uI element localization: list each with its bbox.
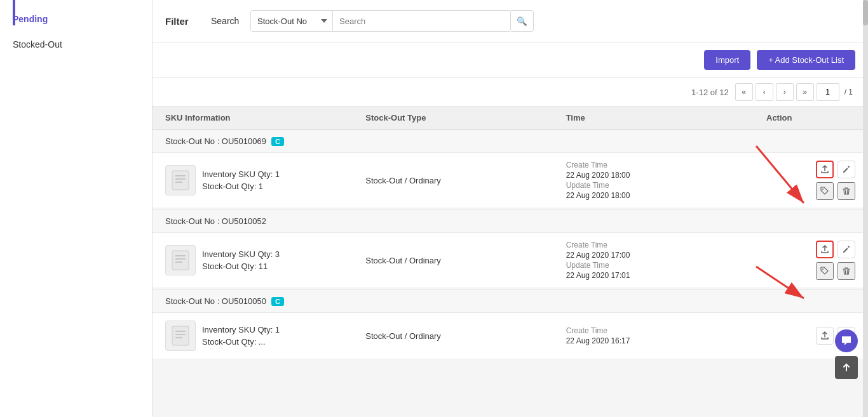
page-first-button[interactable]: « bbox=[735, 83, 753, 101]
stock-type-0: Stock-Out / Ordinary bbox=[365, 176, 566, 185]
filter-input-group: Stock-Out No SKU Name Order No 🔍 bbox=[250, 10, 534, 32]
row-group-1: Stock-Out No : OU5010052 bbox=[153, 209, 868, 288]
sku-cell-0: Inventory SKU Qty: 1 Stock-Out Qty: 1 bbox=[165, 165, 365, 195]
action-cell-1 bbox=[766, 241, 855, 280]
delete-button-0[interactable] bbox=[837, 182, 855, 200]
filter-title: Filter bbox=[165, 16, 203, 27]
edit-button-1[interactable] bbox=[837, 241, 855, 258]
header-action: Action bbox=[766, 113, 855, 122]
add-stock-out-button[interactable]: + Add Stock-Out List bbox=[757, 50, 855, 70]
time-cell-0: Create Time 22 Aug 2020 18:00 Update Tim… bbox=[566, 161, 766, 200]
page-next-button[interactable]: › bbox=[776, 83, 794, 101]
main-content: Filter Search Stock-Out No SKU Name Orde… bbox=[153, 0, 868, 417]
sku-cell-1: Inventory SKU Qty: 3 Stock-Out Qty: 11 bbox=[165, 245, 365, 275]
inventory-qty-2: Inventory SKU Qty: 1 bbox=[202, 325, 280, 334]
action-row-top-1 bbox=[816, 241, 855, 258]
stock-type-2: Stock-Out / Ordinary bbox=[365, 331, 566, 341]
filter-search-label: Search bbox=[211, 16, 243, 26]
group-title-0: Stock-Out No : OU5010069 bbox=[165, 136, 266, 146]
edit-button-0[interactable] bbox=[837, 161, 855, 178]
create-time-1: 22 Aug 2020 17:00 bbox=[566, 251, 766, 260]
table-row-1: Inventory SKU Qty: 3 Stock-Out Qty: 11 S… bbox=[153, 233, 868, 288]
scrollbar-thumb[interactable] bbox=[863, 0, 868, 25]
row-group-header-1: Stock-Out No : OU5010052 bbox=[153, 209, 868, 233]
sku-info-2: Inventory SKU Qty: 1 Stock-Out Qty: ... bbox=[202, 325, 280, 347]
scroll-top-button[interactable] bbox=[835, 356, 858, 379]
table-row-2: Inventory SKU Qty: 1 Stock-Out Qty: ... … bbox=[153, 313, 868, 359]
upload-button-0[interactable] bbox=[816, 161, 834, 178]
action-row-top-0 bbox=[816, 161, 855, 178]
badge-2: C bbox=[271, 297, 284, 306]
sku-image-1 bbox=[165, 245, 196, 275]
header-type: Stock-Out Type bbox=[365, 113, 566, 122]
sidebar-item-stocked-out[interactable]: Stocked-Out bbox=[0, 32, 152, 57]
upload-button-2[interactable] bbox=[816, 327, 834, 345]
pagination-bar: 1-12 of 12 « ‹ › » / 1 bbox=[153, 78, 868, 107]
inventory-qty-0: Inventory SKU Qty: 1 bbox=[202, 169, 280, 179]
time-cell-2: Create Time 22 Aug 2020 16:17 bbox=[566, 326, 766, 345]
row-group-2: Stock-Out No : OU5010050 C bbox=[153, 289, 868, 359]
create-label-1: Create Time bbox=[566, 241, 766, 249]
pagination-info: 1-12 of 12 bbox=[691, 88, 729, 97]
table-row-0: Inventory SKU Qty: 1 Stock-Out Qty: 1 St… bbox=[153, 153, 868, 208]
create-time-0: 22 Aug 2020 18:00 bbox=[566, 171, 766, 180]
update-time-0: 22 Aug 2020 18:00 bbox=[566, 191, 766, 200]
action-row-bottom-0 bbox=[816, 182, 855, 200]
action-cell-0 bbox=[766, 161, 855, 200]
tag-button-0[interactable] bbox=[816, 182, 834, 200]
action-row-bottom-1 bbox=[816, 262, 855, 280]
sku-image-0 bbox=[165, 165, 196, 195]
sidebar-item-pending[interactable]: Pending bbox=[0, 6, 152, 32]
stockout-qty-0: Stock-Out Qty: 1 bbox=[202, 182, 280, 191]
create-label-2: Create Time bbox=[566, 326, 766, 335]
badge-0: C bbox=[271, 137, 284, 146]
create-time-2: 22 Aug 2020 16:17 bbox=[566, 336, 766, 345]
sidebar: Pending Stocked-Out bbox=[0, 0, 153, 417]
group-title-1: Stock-Out No : OU5010052 bbox=[165, 216, 266, 226]
group-title-2: Stock-Out No : OU5010050 bbox=[165, 296, 266, 306]
table-area: SKU Information Stock-Out Type Time Acti… bbox=[153, 107, 868, 417]
page-number-input[interactable] bbox=[817, 83, 839, 101]
chat-float-button[interactable] bbox=[835, 329, 858, 352]
search-icon: 🔍 bbox=[517, 17, 527, 26]
update-label-1: Update Time bbox=[566, 261, 766, 270]
table-header: SKU Information Stock-Out Type Time Acti… bbox=[153, 107, 868, 129]
row-group-0: Stock-Out No : OU5010069 C bbox=[153, 129, 868, 208]
sku-cell-2: Inventory SKU Qty: 1 Stock-Out Qty: ... bbox=[165, 321, 365, 351]
svg-rect-0 bbox=[172, 171, 189, 190]
upload-button-1[interactable] bbox=[816, 241, 834, 258]
stock-type-1: Stock-Out / Ordinary bbox=[365, 256, 566, 265]
update-label-0: Update Time bbox=[566, 181, 766, 190]
svg-point-9 bbox=[822, 268, 824, 270]
row-group-header-0: Stock-Out No : OU5010069 C bbox=[153, 129, 868, 153]
import-button[interactable]: Import bbox=[704, 50, 750, 70]
filter-bar: Filter Search Stock-Out No SKU Name Orde… bbox=[153, 0, 868, 43]
inventory-qty-1: Inventory SKU Qty: 3 bbox=[202, 249, 280, 259]
header-time: Time bbox=[566, 113, 766, 122]
sku-info-1: Inventory SKU Qty: 3 Stock-Out Qty: 11 bbox=[202, 249, 280, 271]
filter-search-button[interactable]: 🔍 bbox=[511, 10, 534, 32]
sidebar-accent bbox=[13, 0, 15, 25]
tag-button-1[interactable] bbox=[816, 262, 834, 280]
stockout-qty-2: Stock-Out Qty: ... bbox=[202, 337, 280, 347]
row-group-header-2: Stock-Out No : OU5010050 C bbox=[153, 289, 868, 313]
create-label-0: Create Time bbox=[566, 161, 766, 169]
toolbar: Import + Add Stock-Out List bbox=[153, 43, 868, 78]
filter-search-input[interactable] bbox=[333, 10, 511, 32]
time-cell-1: Create Time 22 Aug 2020 17:00 Update Tim… bbox=[566, 241, 766, 280]
svg-rect-10 bbox=[172, 326, 189, 345]
svg-point-4 bbox=[822, 189, 824, 190]
scrollbar-track[interactable] bbox=[863, 0, 868, 417]
delete-button-1[interactable] bbox=[837, 262, 855, 280]
sku-image-2 bbox=[165, 321, 196, 351]
header-sku: SKU Information bbox=[165, 113, 365, 122]
filter-type-select[interactable]: Stock-Out No SKU Name Order No bbox=[250, 10, 333, 32]
page-prev-button[interactable]: ‹ bbox=[756, 83, 773, 101]
svg-rect-5 bbox=[172, 251, 189, 270]
page-total: / 1 bbox=[842, 88, 855, 96]
page-last-button[interactable]: » bbox=[796, 83, 814, 101]
sku-info-0: Inventory SKU Qty: 1 Stock-Out Qty: 1 bbox=[202, 169, 280, 191]
stockout-qty-1: Stock-Out Qty: 11 bbox=[202, 261, 280, 271]
update-time-1: 22 Aug 2020 17:01 bbox=[566, 271, 766, 280]
